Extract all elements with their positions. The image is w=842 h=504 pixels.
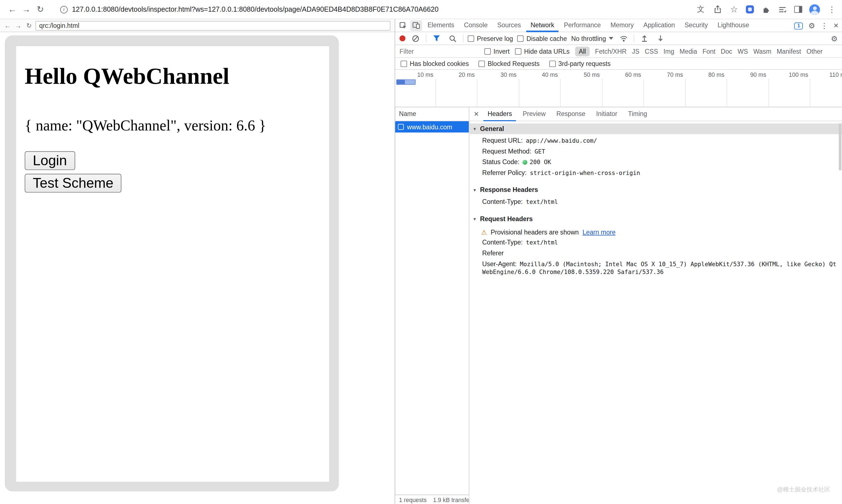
details-tab-timing[interactable]: Timing [624,107,651,121]
tab-sources[interactable]: Sources [493,19,526,32]
checkbox-box [484,48,491,55]
record-network-log-icon[interactable] [399,35,406,41]
has-blocked-cookies-checkbox[interactable]: Has blocked cookies [401,60,469,67]
screencast-back-icon[interactable]: ← [2,22,13,29]
screencast-viewport: Hello QWebChannel { name: "QWebChannel",… [0,32,395,504]
filter-type-font[interactable]: Font [703,48,715,55]
details-tab-bar: ✕ Headers Preview Response Initiator Tim… [469,107,842,121]
screencast-reload-icon[interactable]: ↻ [24,22,35,29]
share-icon[interactable] [712,4,722,14]
browser-forward-icon[interactable]: → [19,4,33,14]
network-settings-gear-icon[interactable]: ⚙ [831,35,838,42]
extension-blue-icon[interactable] [746,5,754,13]
throttling-select[interactable]: No throttling [571,35,614,42]
request-row[interactable]: www.baidu.com [395,121,469,133]
filter-type-ws[interactable]: WS [738,48,748,55]
header-value: 200 OK [530,159,551,166]
filter-type-css[interactable]: CSS [645,48,658,55]
test-scheme-button[interactable]: Test Scheme [25,174,122,193]
details-scrollbar[interactable] [839,124,841,171]
blocked-requests-checkbox[interactable]: Blocked Requests [478,60,539,67]
filter-type-fetch-xhr[interactable]: Fetch/XHR [595,48,626,55]
devtools-menu-kebab-icon[interactable]: ⋮ [821,22,828,30]
filter-type-img[interactable]: Img [664,48,674,55]
disable-cache-checkbox[interactable]: Disable cache [517,35,567,42]
details-close-icon[interactable]: ✕ [474,110,479,118]
checkbox-label: Invert [493,48,510,55]
chevron-down-icon [609,37,614,40]
general-section-header[interactable]: ▼ General [469,124,842,134]
import-har-icon[interactable] [639,33,650,44]
tab-performance[interactable]: Performance [560,19,605,32]
request-headers-section-header[interactable]: ▼ Request Headers [469,214,842,224]
section-title: Request Headers [480,215,533,222]
invert-checkbox[interactable]: Invert [484,48,510,55]
third-party-requests-checkbox[interactable]: 3rd-party requests [549,60,611,67]
filter-type-media[interactable]: Media [680,48,697,55]
filter-type-js[interactable]: JS [632,48,639,55]
inspect-element-icon[interactable] [397,20,409,31]
response-headers-section-header[interactable]: ▼ Response Headers [469,184,842,195]
browser-reload-icon[interactable]: ↻ [33,4,47,15]
warning-text: Provisional headers are shown [491,229,579,236]
details-tab-preview[interactable]: Preview [518,107,550,121]
issues-badge-icon[interactable]: 1 [794,22,803,29]
details-tab-initiator[interactable]: Initiator [592,107,622,121]
tab-console[interactable]: Console [460,19,492,32]
tab-application[interactable]: Application [639,19,679,32]
details-tab-headers[interactable]: Headers [483,107,516,121]
search-icon[interactable] [447,33,459,44]
section-title: General [480,125,504,132]
header-item-referrer-policy: Referrer Policy:strict-origin-when-cross… [469,169,842,177]
toggle-device-toolbar-icon[interactable] [410,20,422,31]
details-tab-response[interactable]: Response [552,107,590,121]
export-har-icon[interactable] [655,33,667,44]
reading-list-icon[interactable] [778,4,787,14]
filter-type-doc[interactable]: Doc [721,48,732,55]
header-item-request-url: Request URL:app://www.baidu.com/ [469,137,842,145]
header-item-request-method: Request Method:GET [469,147,842,156]
tab-memory[interactable]: Memory [606,19,638,32]
network-overview-timeline[interactable]: 10 ms 20 ms 30 ms 40 ms 50 ms 60 ms 70 m… [395,70,842,107]
header-item-content-type-request: Content-Type:text/html [469,239,842,247]
filter-type-all[interactable]: All [575,47,590,56]
tab-network[interactable]: Network [526,19,559,32]
checkbox-box [478,60,485,67]
bookmark-star-icon[interactable]: ☆ [729,4,739,14]
devtools-close-icon[interactable]: ✕ [834,22,839,29]
requests-name-header[interactable]: Name [395,107,469,121]
timeline-tick: 110 ms [829,71,842,78]
profile-avatar[interactable] [809,4,820,15]
clear-network-log-icon[interactable] [410,33,421,44]
translate-icon[interactable]: 文 [696,4,706,14]
learn-more-link[interactable]: Learn more [583,229,615,236]
main-split: ← → ↻ Hello QWebChannel { name: "QWebCha… [0,19,842,504]
browser-toolbar: ← → ↻ i 127.0.0.1:8080/devtools/inspecto… [0,0,842,19]
request-row-checkbox[interactable] [398,124,404,130]
page-info-icon[interactable]: i [60,5,68,13]
filter-type-manifest[interactable]: Manifest [777,48,801,55]
checkbox-box [468,35,474,41]
filter-type-wasm[interactable]: Wasm [754,48,772,55]
filter-type-other[interactable]: Other [806,48,823,55]
filter-funnel-icon[interactable] [431,33,443,44]
network-conditions-icon[interactable] [618,33,630,44]
extensions-puzzle-icon[interactable] [761,4,771,14]
tab-elements[interactable]: Elements [423,19,459,32]
screencast-address-input[interactable] [35,21,390,30]
sidebar-toggle-icon[interactable] [794,6,802,13]
header-label: User-Agent: [482,260,516,268]
browser-menu-kebab-icon[interactable]: ⋮ [827,4,837,14]
header-value: Mozilla/5.0 (Macintosh; Intel Mac OS X 1… [482,260,837,276]
login-button[interactable]: Login [25,151,75,170]
browser-back-icon[interactable]: ← [5,4,19,14]
screencast-forward-icon[interactable]: → [13,22,24,29]
tab-security[interactable]: Security [680,19,712,32]
filter-input[interactable] [399,48,479,55]
tab-lighthouse[interactable]: Lighthouse [714,19,754,32]
address-bar[interactable]: i 127.0.0.1:8080/devtools/inspector.html… [55,2,689,17]
hide-data-urls-checkbox[interactable]: Hide data URLs [515,48,570,55]
devtools-settings-gear-icon[interactable]: ⚙ [808,22,815,30]
preserve-log-checkbox[interactable]: Preserve log [468,35,513,42]
request-count: 1 requests [399,497,427,503]
